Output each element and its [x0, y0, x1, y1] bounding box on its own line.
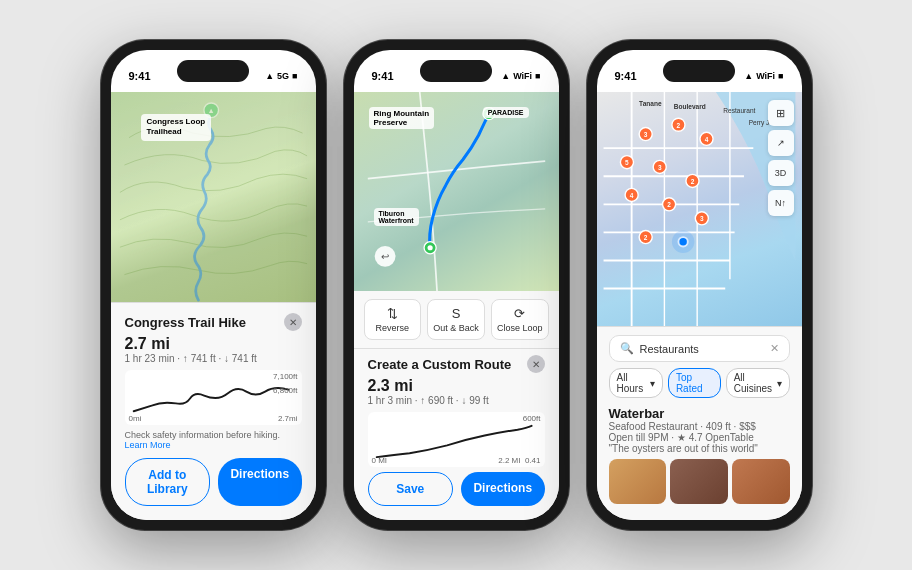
- restaurant-image-1[interactable]: [609, 459, 667, 504]
- svg-text:↩: ↩: [381, 251, 389, 262]
- stat-details-2: 1 hr 3 min · ↑ 690 ft · ↓ 99 ft: [368, 395, 545, 406]
- signal-icon-3: ▲: [744, 71, 753, 81]
- learn-more-link-1[interactable]: Learn More: [125, 440, 171, 450]
- north-button[interactable]: N↑: [768, 190, 794, 216]
- svg-point-39: [671, 231, 693, 253]
- 3d-button[interactable]: 3D: [768, 160, 794, 186]
- search-text: Restaurants: [640, 343, 764, 355]
- svg-text:2: 2: [676, 122, 680, 129]
- wifi-icon-3: WiFi: [756, 71, 775, 81]
- button-row-1: Add to Library Directions: [125, 458, 302, 506]
- chevron-hours-icon: ▾: [650, 378, 655, 389]
- filter-all-hours[interactable]: All Hours ▾: [609, 368, 663, 398]
- search-icon: 🔍: [620, 342, 634, 355]
- close-loop-icon: ⟳: [514, 306, 525, 321]
- elev-dist-end-2: 0.41: [525, 456, 541, 465]
- compass-button[interactable]: ↗: [768, 130, 794, 156]
- signal-icon-1: ▲: [265, 71, 274, 81]
- restaurant-hours-rating: Open till 9PM · ★ 4.7 OpenTable: [609, 432, 790, 443]
- svg-text:Perry J: Perry J: [748, 119, 769, 127]
- restaurant-quote: "The oysters are out of this world": [609, 443, 790, 454]
- search-bar-row[interactable]: 🔍 Restaurants ✕: [609, 335, 790, 362]
- panel-header-1: Congress Trail Hike ✕: [125, 313, 302, 331]
- directions-button-1[interactable]: Directions: [218, 458, 302, 506]
- status-time-3: 9:41: [615, 70, 637, 82]
- reverse-icon: ⇅: [387, 306, 398, 321]
- stat-details-1: 1 hr 23 min · ↑ 741 ft · ↓ 741 ft: [125, 353, 302, 364]
- panel-title-2: Create a Custom Route: [368, 357, 512, 372]
- restaurant-image-2[interactable]: [670, 459, 728, 504]
- save-button[interactable]: Save: [368, 472, 454, 506]
- status-icons-1: ▲ 5G ■: [265, 71, 297, 81]
- filter-all-cuisines[interactable]: All Cuisines ▾: [726, 368, 790, 398]
- filter-top-rated-label: Top Rated: [676, 372, 713, 394]
- svg-point-5: [427, 245, 432, 250]
- close-button-2[interactable]: ✕: [527, 355, 545, 373]
- map-label-congress: Congress LoopTrailhead: [141, 114, 212, 141]
- battery-icon-1: ■: [292, 71, 297, 81]
- restaurant-entry-waterbar[interactable]: Waterbar Seafood Restaurant · 409 ft · $…: [609, 406, 790, 504]
- map-restaurant[interactable]: 3 2 4 5 3 2 4 2 3: [597, 92, 802, 326]
- map-label-tiburon: TiburonWaterfront: [374, 208, 419, 226]
- restaurant-hours: Open till 9PM: [609, 432, 669, 443]
- panel-title-1: Congress Trail Hike: [125, 315, 246, 330]
- bottom-panel-1: Congress Trail Hike ✕ 2.7 mi 1 hr 23 min…: [111, 302, 316, 520]
- status-time-1: 9:41: [129, 70, 151, 82]
- reverse-button[interactable]: ⇅ Reverse: [364, 299, 422, 340]
- phone-2-screen: 9:41 ▲ WiFi ■: [354, 50, 559, 520]
- out-back-button[interactable]: S Out & Back: [427, 299, 485, 340]
- svg-text:4: 4: [629, 192, 633, 199]
- chevron-cuisines-icon: ▾: [777, 378, 782, 389]
- phone-1-screen: 9:41 ▲ 5G ■: [111, 50, 316, 520]
- close-button-1[interactable]: ✕: [284, 313, 302, 331]
- dynamic-island-2: [420, 60, 492, 82]
- out-back-label: Out & Back: [433, 323, 479, 333]
- button-row-2: Save Directions: [368, 472, 545, 506]
- elevation-chart-1: 7,100ft 6,800ft 0mi 2.7mi: [125, 370, 302, 425]
- filter-top-rated[interactable]: Top Rated: [668, 368, 721, 398]
- phone-2: 9:41 ▲ WiFi ■: [344, 40, 569, 530]
- map-custom-route[interactable]: ↩ Ring MountainPreserve PARADISE Tiburon…: [354, 92, 559, 291]
- elev-dist-start: 0mi: [129, 414, 142, 423]
- stat-distance-1: 2.7 mi: [125, 335, 302, 353]
- svg-text:3: 3: [643, 131, 647, 138]
- reverse-label: Reverse: [376, 323, 410, 333]
- restaurant-image-3[interactable]: [732, 459, 790, 504]
- map-label-paradise: PARADISE: [483, 107, 529, 118]
- status-icons-3: ▲ WiFi ■: [744, 71, 783, 81]
- map-controls: ⊞ ↗ 3D N↑: [768, 100, 794, 216]
- svg-text:5: 5: [625, 159, 629, 166]
- battery-icon-3: ■: [778, 71, 783, 81]
- status-time-2: 9:41: [372, 70, 394, 82]
- phone-3: 9:41 ▲ WiFi ■: [587, 40, 812, 530]
- restaurant-rating: ★ 4.7 OpenTable: [677, 432, 754, 443]
- filter-all-cuisines-label: All Cuisines: [734, 372, 775, 394]
- status-icons-2: ▲ WiFi ■: [501, 71, 540, 81]
- svg-text:3: 3: [657, 164, 661, 171]
- search-clear-button[interactable]: ✕: [770, 342, 779, 355]
- elev-dist-start-2: 0 MI: [372, 456, 388, 465]
- close-loop-button[interactable]: ⟳ Close Loop: [491, 299, 549, 340]
- phone-1: 9:41 ▲ 5G ■: [101, 40, 326, 530]
- restaurant-panel: 🔍 Restaurants ✕ All Hours ▾ Top Rated Al…: [597, 326, 802, 520]
- elev-mid: 6,800ft: [273, 386, 297, 395]
- layers-button[interactable]: ⊞: [768, 100, 794, 126]
- close-loop-label: Close Loop: [497, 323, 543, 333]
- elev-max-2: 600ft: [523, 414, 541, 423]
- elev-dist-mid-2: 2.2 MI: [498, 456, 520, 465]
- signal-icon-2: ▲: [501, 71, 510, 81]
- stats-row-2: 2.3 mi 1 hr 3 min · ↑ 690 ft · ↓ 99 ft: [368, 377, 545, 406]
- out-back-icon: S: [452, 306, 461, 321]
- restaurant-images: [609, 459, 790, 504]
- panel-header-2: Create a Custom Route ✕: [368, 355, 545, 373]
- map-hiking[interactable]: ▲ Congress LoopTrailhead: [111, 92, 316, 302]
- svg-text:2: 2: [643, 234, 647, 241]
- add-to-library-button[interactable]: Add to Library: [125, 458, 211, 506]
- dynamic-island-1: [177, 60, 249, 82]
- directions-button-2[interactable]: Directions: [461, 472, 545, 506]
- svg-text:2: 2: [667, 201, 671, 208]
- filter-all-hours-label: All Hours: [617, 372, 648, 394]
- wifi-icon-1: 5G: [277, 71, 289, 81]
- svg-text:Tanane: Tanane: [639, 100, 662, 107]
- stat-distance-2: 2.3 mi: [368, 377, 545, 395]
